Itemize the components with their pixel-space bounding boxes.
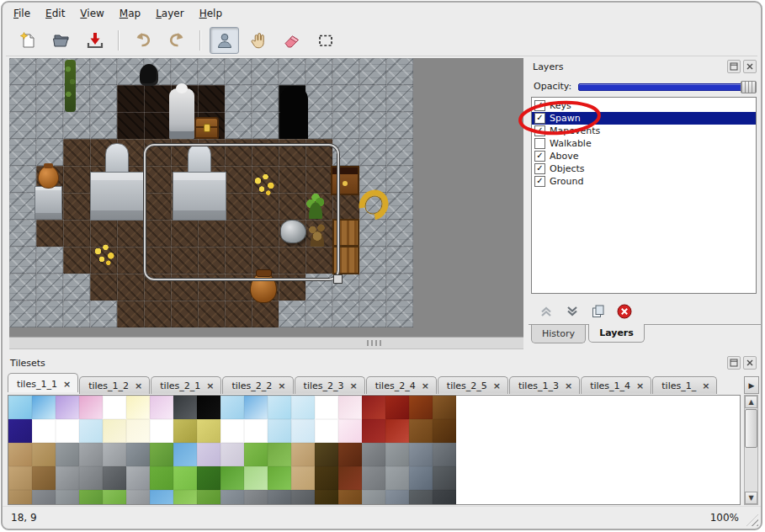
map-tile[interactable]: [386, 166, 413, 193]
map-tile[interactable]: [117, 301, 144, 327]
map-tile[interactable]: [305, 85, 332, 112]
splitter-handle[interactable]: [367, 340, 382, 346]
new-map-button[interactable]: [13, 27, 42, 54]
tileset-tab-tiles_2_3[interactable]: tiles_2_3×: [295, 376, 365, 394]
menu-item-map[interactable]: Map: [112, 5, 148, 22]
palette-tile[interactable]: [56, 396, 79, 419]
layers-float-button[interactable]: [727, 60, 741, 73]
map-tile[interactable]: [332, 85, 359, 112]
map-tile[interactable]: [9, 193, 36, 220]
palette-tile[interactable]: [150, 419, 173, 443]
palette-tile[interactable]: [173, 443, 197, 466]
raise-layer-button[interactable]: [537, 302, 555, 321]
map-tile[interactable]: [198, 85, 225, 112]
tab-close-icon[interactable]: ×: [206, 380, 214, 391]
palette-tile[interactable]: [126, 490, 150, 505]
palette-tile[interactable]: [291, 490, 315, 505]
palette-tile[interactable]: [32, 443, 56, 466]
map-tile[interactable]: [359, 220, 386, 247]
map-tile[interactable]: [9, 112, 36, 139]
palette-tile[interactable]: [126, 443, 150, 466]
menu-item-file[interactable]: File: [6, 5, 38, 22]
map-view[interactable]: [9, 58, 523, 337]
select-tool-button[interactable]: [311, 27, 340, 54]
palette-tile[interactable]: [409, 396, 433, 419]
palette-tile[interactable]: [409, 419, 433, 443]
tab-close-icon[interactable]: ×: [565, 380, 572, 391]
map-tile[interactable]: [36, 139, 63, 166]
palette-tile[interactable]: [197, 396, 220, 419]
tileset-tab-tiles_2_1[interactable]: tiles_2_1×: [151, 376, 221, 394]
layer-row-above[interactable]: ✓Above: [532, 150, 756, 162]
palette-tile[interactable]: [8, 419, 32, 443]
palette-tile[interactable]: [268, 419, 291, 443]
map-tile[interactable]: [117, 220, 144, 247]
map-tile[interactable]: [252, 301, 279, 327]
palette-tile[interactable]: [8, 443, 32, 466]
palette-tile[interactable]: [220, 490, 244, 505]
palette-tile[interactable]: [56, 419, 79, 443]
palette-tile[interactable]: [197, 466, 220, 490]
palette-tile[interactable]: [315, 419, 338, 443]
menu-item-view[interactable]: View: [72, 5, 111, 22]
map-tile[interactable]: [9, 247, 36, 274]
tileset-tab-tiles_2_4[interactable]: tiles_2_4×: [366, 376, 437, 394]
palette-scroll-down-button[interactable]: ▼: [745, 492, 757, 504]
tileset-tab-tiles_2_2[interactable]: tiles_2_2×: [222, 376, 293, 394]
undo-button[interactable]: [128, 27, 157, 54]
palette-tile[interactable]: [362, 490, 385, 505]
palette-tile[interactable]: [433, 396, 456, 419]
palette-tile[interactable]: [433, 490, 456, 505]
map-tile[interactable]: [90, 274, 117, 301]
map-tile[interactable]: [332, 301, 359, 327]
map-tile[interactable]: [305, 58, 332, 85]
map-tile[interactable]: [63, 139, 90, 166]
map-tile[interactable]: [305, 301, 332, 327]
palette-tile[interactable]: [315, 490, 338, 505]
palette-tile[interactable]: [103, 466, 126, 490]
map-tile[interactable]: [63, 301, 90, 327]
palette-tile[interactable]: [385, 490, 409, 505]
layers-close-button[interactable]: [743, 60, 757, 73]
palette-tile[interactable]: [433, 443, 456, 466]
map-tile[interactable]: [386, 85, 413, 112]
redo-button[interactable]: [162, 27, 191, 54]
hand-tool-button[interactable]: [243, 27, 273, 54]
map-tile[interactable]: [117, 112, 144, 139]
palette-tile[interactable]: [433, 419, 456, 443]
map-tile[interactable]: [386, 220, 413, 247]
tab-close-icon[interactable]: ×: [702, 380, 709, 391]
palette-scrollbar[interactable]: ▲ ▼: [744, 395, 758, 505]
palette-tile[interactable]: [56, 443, 79, 466]
map-tile[interactable]: [225, 85, 252, 112]
stamp-tool-button[interactable]: [210, 27, 239, 54]
palette-tile[interactable]: [56, 490, 79, 505]
palette-tile[interactable]: [126, 466, 150, 490]
tilesets-close-button[interactable]: [743, 356, 757, 370]
palette-tile[interactable]: [150, 443, 173, 466]
palette-tile[interactable]: [338, 466, 362, 490]
tab-close-icon[interactable]: ×: [636, 380, 644, 391]
layer-row-walkable[interactable]: Walkable: [532, 137, 756, 150]
layer-checkbox[interactable]: ✓: [534, 125, 545, 136]
map-tile[interactable]: [9, 301, 36, 327]
palette-tile[interactable]: [197, 443, 220, 466]
palette-tile[interactable]: [244, 419, 268, 443]
palette-tile[interactable]: [126, 396, 150, 419]
map-tile[interactable]: [9, 139, 36, 166]
palette-tile[interactable]: [244, 490, 268, 505]
map-tile[interactable]: [9, 220, 36, 247]
map-tile[interactable]: [386, 274, 413, 301]
resize-grip[interactable]: [746, 514, 758, 526]
tab-layers[interactable]: Layers: [588, 324, 645, 343]
map-tile[interactable]: [332, 112, 359, 139]
map-tile[interactable]: [36, 274, 63, 301]
tab-history[interactable]: History: [531, 325, 586, 343]
map-tile[interactable]: [9, 58, 36, 85]
map-canvas[interactable]: [9, 58, 413, 327]
map-tile[interactable]: [359, 301, 386, 327]
palette-scroll-up-button[interactable]: ▲: [745, 396, 757, 408]
map-tile[interactable]: [117, 85, 144, 112]
map-tile[interactable]: [36, 85, 63, 112]
palette-tile[interactable]: [362, 396, 385, 419]
